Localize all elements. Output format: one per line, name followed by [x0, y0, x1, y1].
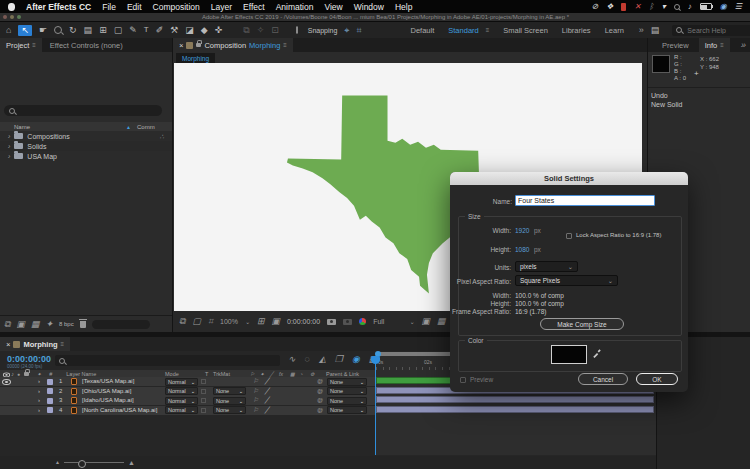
solid-color-swatch[interactable]	[551, 345, 587, 364]
units-dropdown[interactable]: pixels ⌄	[515, 261, 578, 272]
camera-tool[interactable]: ▤	[84, 26, 93, 35]
close-tab-icon[interactable]: ×	[179, 41, 183, 50]
motion-blur-icon[interactable]: ◉	[352, 355, 360, 364]
layer-3-duration-bar[interactable]	[376, 396, 654, 403]
pan-behind-tool[interactable]: ⊞	[99, 26, 107, 35]
frame-blend-column-icon[interactable]: ▩	[290, 372, 295, 377]
shy-layers-icon[interactable]: ◌	[305, 355, 310, 364]
parent-pickwhip-icon[interactable]: @	[317, 387, 323, 396]
brush-tool[interactable]: ✐	[156, 26, 164, 35]
help-search-input[interactable]	[685, 26, 750, 35]
menu-item-animation[interactable]: Animation	[276, 2, 314, 12]
timeline-search-input[interactable]	[65, 352, 259, 369]
track-matte-dropdown[interactable]: None⌄	[213, 387, 246, 395]
cancel-button[interactable]: Cancel	[578, 373, 628, 385]
snapshot-camera-icon[interactable]	[327, 319, 336, 325]
auto-keyframe-icon[interactable]: ◭	[319, 355, 326, 364]
width-value[interactable]: 1920	[515, 227, 529, 234]
preserve-transparency-checkbox[interactable]	[201, 389, 206, 394]
fast-previews-icon[interactable]: ▣	[421, 317, 430, 326]
monitor-icon[interactable]: ▢	[192, 317, 201, 326]
quality-switch-icon[interactable]: ╱	[265, 387, 269, 396]
pen-tool[interactable]: ✎	[129, 26, 137, 35]
layer-row-3[interactable]: › 3 [Idaho/USA Map.ai] Normal⌄ None⌄ ⚐ ╱…	[0, 396, 375, 405]
layer-4-duration-bar[interactable]	[376, 406, 654, 413]
spotlight-search-icon[interactable]	[674, 4, 680, 10]
project-flag-icon[interactable]: ✦	[45, 320, 53, 329]
chevron-down-icon[interactable]: ⌄	[409, 319, 414, 325]
roto-brush-tool[interactable]: ◆	[201, 26, 208, 35]
shy-switch-icon[interactable]: ⚐	[253, 377, 258, 386]
track-matte-dropdown[interactable]: None⌄	[213, 397, 246, 405]
eyedropper-icon[interactable]	[592, 348, 602, 358]
tab-composition-morphing[interactable]: × Composition Morphing ≡	[173, 38, 293, 52]
zoom-tool[interactable]	[54, 26, 62, 34]
preview-checkbox[interactable]	[460, 377, 466, 383]
project-item-usa-map[interactable]: › USA Map	[0, 151, 172, 161]
hand-tool[interactable]: ☛	[39, 26, 47, 35]
lock-column-icon[interactable]	[24, 372, 29, 376]
menu-item-composition[interactable]: Composition	[153, 2, 200, 12]
project-search-input[interactable]	[15, 102, 139, 119]
clone-stamp-tool[interactable]: ⚒	[170, 26, 178, 35]
snapping-checkbox[interactable]	[296, 26, 298, 34]
layer-name[interactable]: [Idaho/USA Map.ai]	[82, 396, 134, 405]
layer-label-swatch[interactable]	[47, 398, 53, 404]
gear-column-icon[interactable]: ⚙	[310, 372, 314, 377]
expand-icon[interactable]: ›	[38, 396, 40, 405]
blend-mode-dropdown[interactable]: Normal⌄	[165, 397, 198, 405]
fx-column-icon[interactable]: fx	[279, 372, 283, 377]
parent-dropdown[interactable]: None⌄	[327, 378, 367, 386]
workspace-default[interactable]: Default	[411, 26, 435, 35]
expand-icon[interactable]: ›	[38, 377, 40, 386]
bit-depth-label[interactable]: 8 bpc	[59, 321, 74, 327]
blend-mode-dropdown[interactable]: Normal⌄	[165, 387, 198, 395]
zoom-slider-knob[interactable]	[78, 460, 86, 468]
workspace-overflow-icon[interactable]: »	[639, 26, 644, 35]
ok-button[interactable]: OK	[636, 373, 678, 385]
parent-pickwhip-icon[interactable]: @	[317, 377, 323, 386]
pixel-aspect-ratio-dropdown[interactable]: Square Pixels ⌄	[515, 275, 618, 286]
blend-mode-dropdown[interactable]: Normal⌄	[165, 378, 198, 386]
preserve-transparency-checkbox[interactable]	[201, 398, 206, 403]
home-tool[interactable]: ⌂	[6, 26, 11, 35]
new-composition-icon[interactable]: ▦	[31, 320, 40, 329]
column-name[interactable]: Name	[14, 124, 30, 130]
expand-icon[interactable]: ›	[38, 387, 40, 396]
type-tool[interactable]: T	[144, 26, 149, 34]
tab-effect-controls[interactable]: Effect Controls (none)	[50, 41, 123, 50]
layer-label-swatch[interactable]	[47, 379, 53, 385]
battery-icon[interactable]	[700, 3, 712, 10]
height-value[interactable]: 1080	[515, 246, 529, 253]
tab-timeline-morphing[interactable]: × Morphing ≡	[0, 337, 70, 351]
layer-visibility-eye-icon[interactable]	[2, 377, 11, 386]
solid-name-input[interactable]	[515, 195, 655, 206]
panel-menu-icon[interactable]: ≡	[61, 341, 65, 347]
expand-icon[interactable]: ›	[8, 153, 10, 160]
tab-info[interactable]: Info ≡	[699, 38, 730, 52]
panel-menu-icon[interactable]: ≡	[283, 42, 287, 48]
shy-switch-icon[interactable]: ⚐	[253, 406, 258, 415]
notification-center-icon[interactable]: ☰	[735, 2, 742, 11]
layer-row-1[interactable]: › 1 [Texas/USA Map.ai] Normal⌄ ⚐ ╱ @ Non…	[0, 377, 375, 386]
column-comment[interactable]: Comm	[137, 124, 155, 130]
timeline-timecode[interactable]: 0:00:00:00	[7, 354, 51, 364]
shy-column-icon[interactable]: ⚐	[250, 372, 254, 377]
layer-row-2[interactable]: › 2 [Ohio/USA Map.ai] Normal⌄ None⌄ ⚐ ╱ …	[0, 387, 375, 396]
frame-blending-icon[interactable]: ❐	[335, 355, 343, 364]
volume-icon[interactable]: ♪	[688, 2, 692, 11]
lock-aspect-checkbox[interactable]	[566, 233, 572, 239]
vpn-icon[interactable]: ✕	[634, 2, 641, 11]
menu-app-name[interactable]: After Effects CC	[26, 2, 91, 12]
workspace-libraries[interactable]: Libraries	[562, 26, 591, 35]
show-channel-icon[interactable]	[359, 318, 366, 325]
tab-preview[interactable]: Preview	[662, 41, 689, 50]
apple-menu-icon[interactable]	[8, 3, 15, 11]
workspace-bar-icon[interactable]: ▤	[651, 26, 660, 35]
lock-icon[interactable]	[196, 43, 201, 47]
comp-breadcrumb[interactable]: Morphing	[176, 53, 215, 63]
layer-row-4[interactable]: › 4 [North Carolina/USA Map.ai] Normal⌄ …	[0, 406, 375, 415]
interpret-footage-icon[interactable]: ⧉	[4, 320, 10, 329]
workspace-menu-icon[interactable]: ≡	[486, 27, 490, 33]
grid-icon[interactable]: ⌗	[356, 26, 361, 35]
